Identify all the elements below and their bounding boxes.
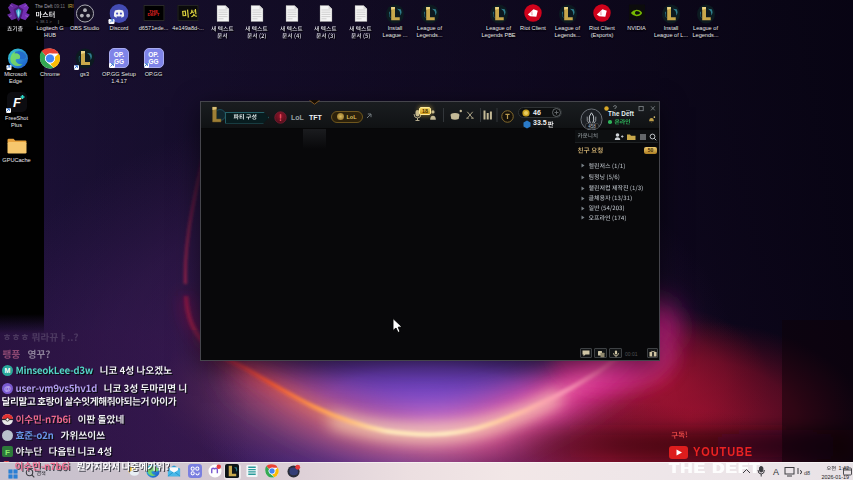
svg-text:M: M: [5, 367, 11, 374]
svg-text:@: @: [4, 385, 11, 392]
svg-text:A: A: [773, 467, 779, 477]
svg-text:d8: d8: [804, 470, 810, 476]
svg-text:F: F: [5, 447, 10, 456]
